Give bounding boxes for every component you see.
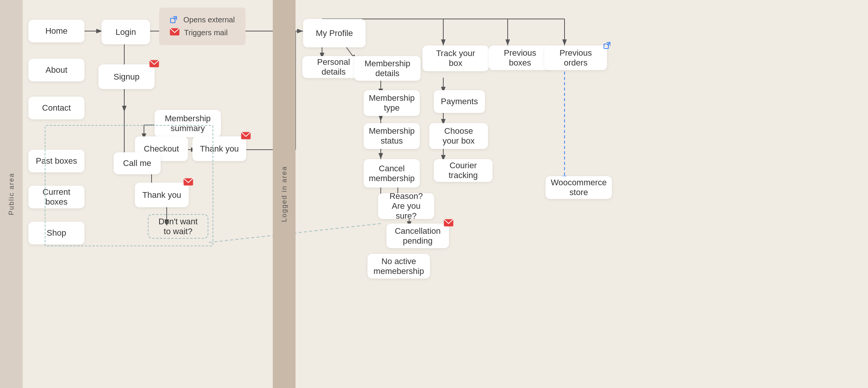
previous-boxes-node[interactable]: Previous boxes xyxy=(489,45,551,70)
home-node[interactable]: Home xyxy=(28,20,84,42)
current-boxes-node[interactable]: Current boxes xyxy=(28,186,84,208)
external-link-icon xyxy=(170,15,179,24)
login-node[interactable]: Login xyxy=(102,20,150,44)
dont-want-node[interactable]: Don't want to wait? xyxy=(148,214,208,239)
membership-status-node[interactable]: Membership status xyxy=(364,123,420,149)
membership-details-node[interactable]: Membership details xyxy=(354,56,421,81)
logged-area-label: Logged in area xyxy=(273,0,296,388)
contact-node[interactable]: Contact xyxy=(28,97,84,119)
track-your-box-node[interactable]: Track your box xyxy=(422,45,489,71)
thank-you-call-node[interactable]: Thank you xyxy=(135,183,189,207)
payments-node[interactable]: Payments xyxy=(434,90,485,113)
membership-type-node[interactable]: Membership type xyxy=(364,90,420,116)
previous-orders-node[interactable]: Previous orders xyxy=(544,45,607,70)
call-me-node[interactable]: Call me xyxy=(114,152,161,174)
thank-you-checkout-node[interactable]: Thank you xyxy=(192,136,246,161)
no-active-node[interactable]: No active memebership xyxy=(368,254,430,278)
about-node[interactable]: About xyxy=(28,59,84,81)
my-profile-node[interactable]: My Profile xyxy=(303,19,366,47)
membership-summary-node[interactable]: Membership summary xyxy=(155,110,221,137)
cancellation-pending-node[interactable]: Cancellation pending xyxy=(386,224,449,248)
reason-sure-node[interactable]: Reason? Are you sure? xyxy=(378,193,434,219)
mail-icon-legend xyxy=(170,28,180,38)
cancel-membership-node[interactable]: Cancel membership xyxy=(364,159,420,188)
courier-tracking-node[interactable]: Courier tracking xyxy=(434,159,493,182)
legend-box: Opens external Triggers mail xyxy=(159,8,246,45)
past-boxes-node[interactable]: Past boxes xyxy=(28,150,84,172)
choose-your-box-node[interactable]: Choose your box xyxy=(429,123,488,149)
signup-node[interactable]: Signup xyxy=(99,64,155,89)
public-area-label: Public area xyxy=(0,0,23,388)
shop-node[interactable]: Shop xyxy=(28,222,84,244)
external-link-icon-orders xyxy=(603,41,612,52)
woocommerce-node[interactable]: Woocommerce store xyxy=(546,176,612,199)
